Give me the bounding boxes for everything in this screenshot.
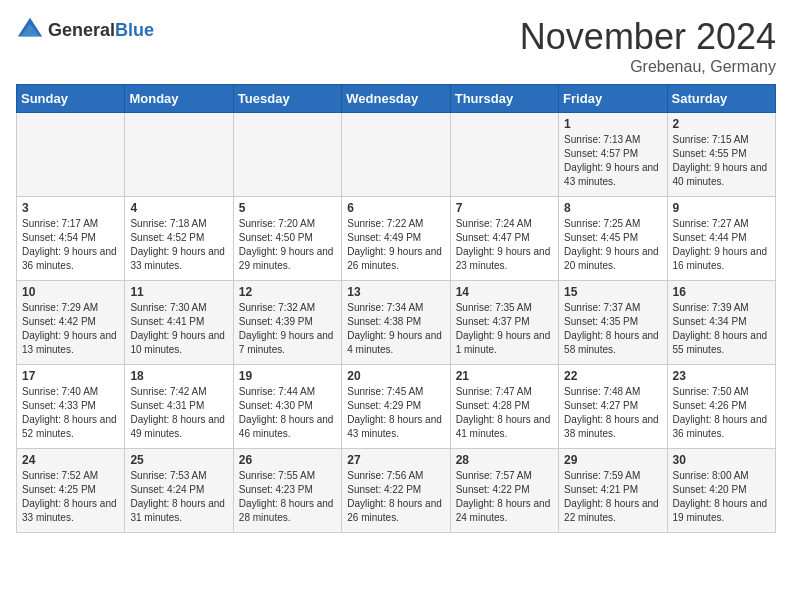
- calendar-cell: [342, 113, 450, 197]
- day-number: 20: [347, 369, 444, 383]
- day-number: 6: [347, 201, 444, 215]
- day-number: 1: [564, 117, 661, 131]
- weekday-header-saturday: Saturday: [667, 85, 775, 113]
- calendar-cell: 2Sunrise: 7:15 AM Sunset: 4:55 PM Daylig…: [667, 113, 775, 197]
- calendar-table: SundayMondayTuesdayWednesdayThursdayFrid…: [16, 84, 776, 533]
- day-info: Sunrise: 7:50 AM Sunset: 4:26 PM Dayligh…: [673, 385, 770, 441]
- day-info: Sunrise: 7:32 AM Sunset: 4:39 PM Dayligh…: [239, 301, 336, 357]
- day-number: 18: [130, 369, 227, 383]
- day-info: Sunrise: 7:55 AM Sunset: 4:23 PM Dayligh…: [239, 469, 336, 525]
- day-number: 15: [564, 285, 661, 299]
- day-info: Sunrise: 7:37 AM Sunset: 4:35 PM Dayligh…: [564, 301, 661, 357]
- calendar-cell: 26Sunrise: 7:55 AM Sunset: 4:23 PM Dayli…: [233, 449, 341, 533]
- calendar-cell: 24Sunrise: 7:52 AM Sunset: 4:25 PM Dayli…: [17, 449, 125, 533]
- day-info: Sunrise: 7:52 AM Sunset: 4:25 PM Dayligh…: [22, 469, 119, 525]
- weekday-header-sunday: Sunday: [17, 85, 125, 113]
- day-number: 24: [22, 453, 119, 467]
- calendar-cell: 18Sunrise: 7:42 AM Sunset: 4:31 PM Dayli…: [125, 365, 233, 449]
- page-header: GeneralBlue November 2024 Grebenau, Germ…: [16, 16, 776, 76]
- day-info: Sunrise: 7:15 AM Sunset: 4:55 PM Dayligh…: [673, 133, 770, 189]
- day-number: 8: [564, 201, 661, 215]
- logo-general: General: [48, 20, 115, 40]
- logo-icon: [16, 16, 44, 44]
- day-number: 27: [347, 453, 444, 467]
- day-info: Sunrise: 7:48 AM Sunset: 4:27 PM Dayligh…: [564, 385, 661, 441]
- day-number: 2: [673, 117, 770, 131]
- calendar-cell: 16Sunrise: 7:39 AM Sunset: 4:34 PM Dayli…: [667, 281, 775, 365]
- day-number: 26: [239, 453, 336, 467]
- day-info: Sunrise: 7:17 AM Sunset: 4:54 PM Dayligh…: [22, 217, 119, 273]
- calendar-cell: 23Sunrise: 7:50 AM Sunset: 4:26 PM Dayli…: [667, 365, 775, 449]
- day-info: Sunrise: 7:27 AM Sunset: 4:44 PM Dayligh…: [673, 217, 770, 273]
- day-info: Sunrise: 7:39 AM Sunset: 4:34 PM Dayligh…: [673, 301, 770, 357]
- day-info: Sunrise: 7:25 AM Sunset: 4:45 PM Dayligh…: [564, 217, 661, 273]
- day-info: Sunrise: 7:59 AM Sunset: 4:21 PM Dayligh…: [564, 469, 661, 525]
- day-number: 30: [673, 453, 770, 467]
- calendar-week-3: 10Sunrise: 7:29 AM Sunset: 4:42 PM Dayli…: [17, 281, 776, 365]
- day-number: 23: [673, 369, 770, 383]
- calendar-cell: 13Sunrise: 7:34 AM Sunset: 4:38 PM Dayli…: [342, 281, 450, 365]
- calendar-cell: 15Sunrise: 7:37 AM Sunset: 4:35 PM Dayli…: [559, 281, 667, 365]
- logo-text: GeneralBlue: [48, 20, 154, 41]
- calendar-cell: 3Sunrise: 7:17 AM Sunset: 4:54 PM Daylig…: [17, 197, 125, 281]
- calendar-cell: 7Sunrise: 7:24 AM Sunset: 4:47 PM Daylig…: [450, 197, 558, 281]
- day-info: Sunrise: 7:24 AM Sunset: 4:47 PM Dayligh…: [456, 217, 553, 273]
- day-info: Sunrise: 7:22 AM Sunset: 4:49 PM Dayligh…: [347, 217, 444, 273]
- calendar-cell: 4Sunrise: 7:18 AM Sunset: 4:52 PM Daylig…: [125, 197, 233, 281]
- day-info: Sunrise: 7:40 AM Sunset: 4:33 PM Dayligh…: [22, 385, 119, 441]
- day-info: Sunrise: 7:18 AM Sunset: 4:52 PM Dayligh…: [130, 217, 227, 273]
- weekday-header-thursday: Thursday: [450, 85, 558, 113]
- day-number: 14: [456, 285, 553, 299]
- calendar-cell: 27Sunrise: 7:56 AM Sunset: 4:22 PM Dayli…: [342, 449, 450, 533]
- calendar-week-1: 1Sunrise: 7:13 AM Sunset: 4:57 PM Daylig…: [17, 113, 776, 197]
- weekday-header-row: SundayMondayTuesdayWednesdayThursdayFrid…: [17, 85, 776, 113]
- day-info: Sunrise: 7:30 AM Sunset: 4:41 PM Dayligh…: [130, 301, 227, 357]
- logo: GeneralBlue: [16, 16, 154, 44]
- day-number: 5: [239, 201, 336, 215]
- day-number: 28: [456, 453, 553, 467]
- calendar-cell: 12Sunrise: 7:32 AM Sunset: 4:39 PM Dayli…: [233, 281, 341, 365]
- day-info: Sunrise: 7:45 AM Sunset: 4:29 PM Dayligh…: [347, 385, 444, 441]
- calendar-cell: 19Sunrise: 7:44 AM Sunset: 4:30 PM Dayli…: [233, 365, 341, 449]
- day-info: Sunrise: 8:00 AM Sunset: 4:20 PM Dayligh…: [673, 469, 770, 525]
- day-number: 13: [347, 285, 444, 299]
- day-number: 4: [130, 201, 227, 215]
- calendar-cell: 28Sunrise: 7:57 AM Sunset: 4:22 PM Dayli…: [450, 449, 558, 533]
- title-section: November 2024 Grebenau, Germany: [520, 16, 776, 76]
- day-number: 3: [22, 201, 119, 215]
- weekday-header-friday: Friday: [559, 85, 667, 113]
- day-number: 10: [22, 285, 119, 299]
- weekday-header-wednesday: Wednesday: [342, 85, 450, 113]
- calendar-cell: [125, 113, 233, 197]
- calendar-cell: 14Sunrise: 7:35 AM Sunset: 4:37 PM Dayli…: [450, 281, 558, 365]
- day-number: 19: [239, 369, 336, 383]
- day-number: 12: [239, 285, 336, 299]
- day-info: Sunrise: 7:13 AM Sunset: 4:57 PM Dayligh…: [564, 133, 661, 189]
- calendar-week-4: 17Sunrise: 7:40 AM Sunset: 4:33 PM Dayli…: [17, 365, 776, 449]
- day-number: 25: [130, 453, 227, 467]
- calendar-cell: [17, 113, 125, 197]
- day-info: Sunrise: 7:44 AM Sunset: 4:30 PM Dayligh…: [239, 385, 336, 441]
- day-info: Sunrise: 7:53 AM Sunset: 4:24 PM Dayligh…: [130, 469, 227, 525]
- calendar-cell: 9Sunrise: 7:27 AM Sunset: 4:44 PM Daylig…: [667, 197, 775, 281]
- day-number: 11: [130, 285, 227, 299]
- day-number: 16: [673, 285, 770, 299]
- weekday-header-monday: Monday: [125, 85, 233, 113]
- calendar-cell: 5Sunrise: 7:20 AM Sunset: 4:50 PM Daylig…: [233, 197, 341, 281]
- day-number: 17: [22, 369, 119, 383]
- day-number: 7: [456, 201, 553, 215]
- calendar-cell: 20Sunrise: 7:45 AM Sunset: 4:29 PM Dayli…: [342, 365, 450, 449]
- calendar-week-5: 24Sunrise: 7:52 AM Sunset: 4:25 PM Dayli…: [17, 449, 776, 533]
- day-info: Sunrise: 7:57 AM Sunset: 4:22 PM Dayligh…: [456, 469, 553, 525]
- calendar-cell: 10Sunrise: 7:29 AM Sunset: 4:42 PM Dayli…: [17, 281, 125, 365]
- calendar-cell: 29Sunrise: 7:59 AM Sunset: 4:21 PM Dayli…: [559, 449, 667, 533]
- month-title: November 2024: [520, 16, 776, 58]
- weekday-header-tuesday: Tuesday: [233, 85, 341, 113]
- calendar-cell: 25Sunrise: 7:53 AM Sunset: 4:24 PM Dayli…: [125, 449, 233, 533]
- day-info: Sunrise: 7:47 AM Sunset: 4:28 PM Dayligh…: [456, 385, 553, 441]
- day-info: Sunrise: 7:29 AM Sunset: 4:42 PM Dayligh…: [22, 301, 119, 357]
- calendar-cell: [450, 113, 558, 197]
- day-info: Sunrise: 7:34 AM Sunset: 4:38 PM Dayligh…: [347, 301, 444, 357]
- day-number: 29: [564, 453, 661, 467]
- calendar-cell: 17Sunrise: 7:40 AM Sunset: 4:33 PM Dayli…: [17, 365, 125, 449]
